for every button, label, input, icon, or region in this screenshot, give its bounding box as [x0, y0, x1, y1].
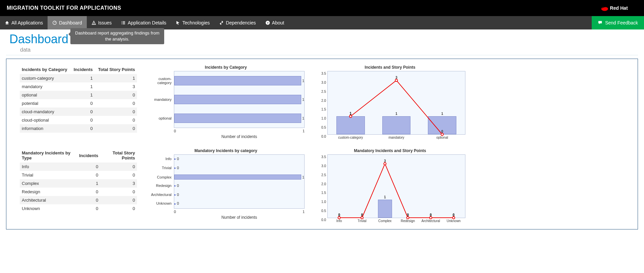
page-subtitle: data [9, 47, 635, 53]
nav-dependencies[interactable]: Dependencies [214, 16, 261, 29]
hbar-label: Architectural [149, 193, 174, 197]
svg-rect-6 [123, 21, 125, 22]
hbar-row: Complex1 [174, 175, 304, 180]
hbar-marker [174, 167, 176, 169]
cell: 0 [71, 124, 95, 133]
nav-technologies[interactable]: Technologies [171, 16, 214, 29]
table-row: Info00 [20, 162, 137, 171]
cell: 0 [100, 171, 137, 179]
y-tick: 3.5 [321, 72, 328, 75]
table-row: Trivial00 [20, 171, 137, 179]
table-row: potential00 [20, 99, 137, 108]
th: Incidents [71, 65, 95, 74]
y-tick: 0.5 [321, 209, 328, 213]
hbar-row: optional1 [174, 114, 304, 123]
send-feedback-button[interactable]: Send Feedback [592, 16, 644, 29]
redhat-logo-icon: Red Hat [600, 3, 637, 13]
nav-issues[interactable]: Issues [87, 16, 116, 29]
dashboard-body: Incidents by Category Incidents Total St… [6, 59, 638, 229]
hbar-row: Info0 [174, 157, 304, 161]
hbar-row: Unknown0 [174, 201, 304, 205]
app-title: MIGRATION TOOLKIT FOR APPLICATIONS [7, 5, 121, 11]
table-row: information00 [20, 124, 137, 133]
hbar-chart-area: Info0Trivial0Complex1Redesign0Architectu… [174, 154, 305, 209]
nav-label: Dependencies [226, 20, 256, 25]
cell: cloud-mandatory [20, 108, 71, 116]
brand-logo: Red Hat [600, 3, 637, 13]
y-tick: 1.5 [321, 191, 328, 195]
cell: Architectural [20, 196, 77, 204]
hbar-label: Complex [149, 175, 174, 179]
y-tick: 3.5 [321, 155, 328, 159]
page-title: Dashboard [9, 32, 68, 46]
hbar-label: Info [149, 157, 174, 161]
svg-rect-9 [122, 24, 122, 24]
cell: cloud-optional [20, 116, 71, 124]
th: Incidents [77, 148, 100, 162]
cell: optional [20, 91, 71, 99]
cell: 0 [71, 108, 95, 116]
svg-point-14 [395, 79, 398, 81]
svg-rect-8 [123, 22, 125, 23]
th: Total Story Points [100, 148, 137, 162]
svg-text:?: ? [267, 21, 268, 25]
y-tick: 2.5 [321, 173, 328, 177]
cell: Redesign [20, 188, 77, 196]
svg-point-17 [361, 217, 363, 219]
page-header: Dashboard i Dashboard report aggregating… [0, 29, 644, 54]
dash-row-2: Mandatory Incidents by Type Incidents To… [20, 148, 624, 220]
cell: 1 [95, 74, 137, 82]
hbar [174, 175, 301, 180]
chart-title: Incidents and Story Points [315, 65, 465, 70]
nav-label: Application Details [128, 20, 166, 25]
hbar [174, 76, 301, 85]
cell: Unknown [20, 204, 77, 213]
nav-bar: All Applications Dashboard Issues Applic… [0, 16, 644, 29]
line-overlay [328, 155, 465, 218]
table-row: custom-category11 [20, 74, 137, 82]
cell: 3 [95, 82, 137, 91]
nav-app-details[interactable]: Application Details [116, 16, 171, 29]
hbar-value: 0 [177, 193, 179, 197]
cell: 0 [100, 162, 137, 171]
hbar-marker [174, 158, 176, 160]
svg-point-15 [441, 133, 443, 136]
cell: custom-category [20, 74, 71, 82]
chart-mandatory-incidents-story-points: Mandatory Incidents and Story Points 0.0… [315, 148, 465, 218]
cell: 0 [77, 204, 100, 213]
hbar-row: Architectural0 [174, 193, 304, 197]
svg-rect-10 [123, 24, 125, 24]
hbar-value: 1 [302, 116, 304, 120]
cell: 1 [71, 74, 95, 82]
hbar-label: Trivial [149, 166, 174, 170]
cell: 0 [95, 108, 137, 116]
svg-point-18 [384, 162, 386, 165]
cell: Info [20, 162, 77, 171]
table-row: Unknown00 [20, 204, 137, 213]
cursor-icon [176, 20, 180, 25]
y-tick: 3.0 [321, 80, 328, 84]
hbar-value: 0 [177, 157, 179, 161]
nav-about[interactable]: ? About [261, 16, 289, 29]
hbar-label: custom-category [149, 77, 174, 85]
combo-chart-area: 0.00.51.01.52.02.53.03.5Info00Trivial00C… [327, 154, 465, 218]
x-axis-label: Number of incidents [174, 215, 305, 220]
nav-dashboard[interactable]: Dashboard [48, 16, 87, 29]
cell: 0 [100, 188, 137, 196]
cell: 0 [77, 188, 100, 196]
svg-rect-5 [122, 21, 122, 22]
hbar [174, 114, 301, 123]
hbar-label: mandatory [149, 97, 174, 101]
cell: 1 [77, 179, 100, 188]
cell: 0 [77, 196, 100, 204]
x-axis-label: Number of incidents [174, 134, 305, 139]
dashboard-icon [52, 20, 57, 25]
nav-all-applications[interactable]: All Applications [0, 16, 48, 29]
y-tick: 1.0 [321, 117, 328, 120]
tooltip: Dashboard report aggregating findings fr… [70, 28, 164, 44]
category-label: Complex [378, 218, 391, 223]
cell: 0 [95, 99, 137, 108]
combo-chart-area: 0.00.51.01.52.02.53.03.5custom-category1… [327, 71, 465, 135]
table-row: mandatory13 [20, 82, 137, 91]
chart-title: Mandatory Incidents and Story Points [315, 148, 465, 153]
